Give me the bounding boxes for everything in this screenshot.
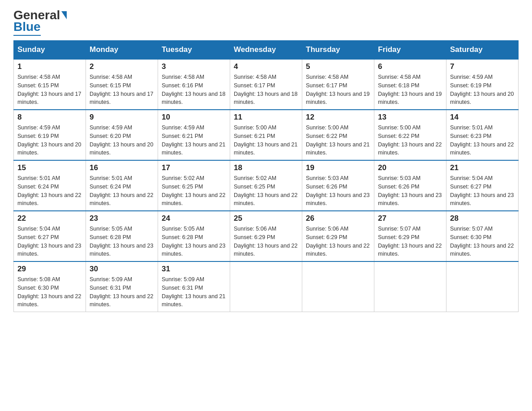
day-number: 8 [17,113,82,122]
day-number: 7 [450,62,515,71]
calendar-cell: 27Sunrise: 5:07 AMSunset: 6:29 PMDayligh… [374,211,446,261]
calendar-cell: 24Sunrise: 5:05 AMSunset: 6:28 PMDayligh… [158,211,230,261]
day-number: 21 [450,163,515,172]
day-info: Sunrise: 4:58 AMSunset: 6:17 PMDaylight:… [234,73,298,107]
calendar-cell: 30Sunrise: 5:09 AMSunset: 6:31 PMDayligh… [86,261,158,312]
calendar-table: SundayMondayTuesdayWednesdayThursdayFrid… [13,40,519,312]
logo-arrow-icon [61,11,67,19]
calendar-header-saturday: Saturday [446,41,519,60]
day-number: 17 [162,163,226,172]
day-number: 3 [162,62,226,71]
calendar-cell: 11Sunrise: 5:00 AMSunset: 6:21 PMDayligh… [230,110,302,160]
day-info: Sunrise: 5:05 AMSunset: 6:28 PMDaylight:… [90,225,154,258]
day-info: Sunrise: 5:06 AMSunset: 6:29 PMDaylight:… [234,225,298,258]
calendar-week-row: 15Sunrise: 5:01 AMSunset: 6:24 PMDayligh… [14,160,519,211]
calendar-cell: 18Sunrise: 5:02 AMSunset: 6:25 PMDayligh… [230,160,302,211]
day-info: Sunrise: 5:03 AMSunset: 6:26 PMDaylight:… [306,174,370,208]
day-number: 18 [234,163,298,172]
day-info: Sunrise: 5:01 AMSunset: 6:23 PMDaylight:… [450,124,515,157]
day-number: 5 [306,62,370,71]
calendar-cell: 2Sunrise: 4:58 AMSunset: 6:15 PMDaylight… [86,59,158,110]
calendar-cell: 16Sunrise: 5:01 AMSunset: 6:24 PMDayligh… [86,160,158,211]
calendar-header-tuesday: Tuesday [158,41,230,60]
day-number: 27 [378,214,442,223]
calendar-header-monday: Monday [86,41,158,60]
calendar-week-row: 8Sunrise: 4:59 AMSunset: 6:19 PMDaylight… [14,110,519,160]
day-info: Sunrise: 5:07 AMSunset: 6:29 PMDaylight:… [378,225,442,258]
day-number: 29 [17,265,82,274]
day-info: Sunrise: 5:00 AMSunset: 6:21 PMDaylight:… [234,124,298,157]
day-info: Sunrise: 5:08 AMSunset: 6:30 PMDaylight:… [17,275,82,309]
calendar-cell: 7Sunrise: 4:59 AMSunset: 6:19 PMDaylight… [446,59,519,110]
calendar-week-row: 1Sunrise: 4:58 AMSunset: 6:15 PMDaylight… [14,59,519,110]
day-number: 28 [450,214,515,223]
calendar-cell: 17Sunrise: 5:02 AMSunset: 6:25 PMDayligh… [158,160,230,211]
calendar-cell: 29Sunrise: 5:08 AMSunset: 6:30 PMDayligh… [14,261,86,312]
day-number: 25 [234,214,298,223]
day-info: Sunrise: 5:00 AMSunset: 6:22 PMDaylight:… [378,124,442,157]
day-info: Sunrise: 5:06 AMSunset: 6:29 PMDaylight:… [306,225,370,258]
calendar-cell: 4Sunrise: 4:58 AMSunset: 6:17 PMDaylight… [230,59,302,110]
calendar-cell: 1Sunrise: 4:58 AMSunset: 6:15 PMDaylight… [14,59,86,110]
day-info: Sunrise: 5:09 AMSunset: 6:31 PMDaylight:… [162,275,226,309]
page-header: General Blue [13,9,519,36]
calendar-cell: 9Sunrise: 4:59 AMSunset: 6:20 PMDaylight… [86,110,158,160]
calendar-cell: 3Sunrise: 4:58 AMSunset: 6:16 PMDaylight… [158,59,230,110]
calendar-cell: 23Sunrise: 5:05 AMSunset: 6:28 PMDayligh… [86,211,158,261]
calendar-cell: 14Sunrise: 5:01 AMSunset: 6:23 PMDayligh… [446,110,519,160]
day-number: 20 [378,163,442,172]
day-number: 19 [306,163,370,172]
day-number: 9 [90,113,154,122]
day-number: 13 [378,113,442,122]
calendar-cell [230,261,302,312]
calendar-cell: 25Sunrise: 5:06 AMSunset: 6:29 PMDayligh… [230,211,302,261]
calendar-cell: 20Sunrise: 5:03 AMSunset: 6:26 PMDayligh… [374,160,446,211]
logo-text-blue: Blue [13,20,41,36]
calendar-cell: 6Sunrise: 4:58 AMSunset: 6:18 PMDaylight… [374,59,446,110]
day-number: 31 [162,265,226,274]
day-info: Sunrise: 4:58 AMSunset: 6:18 PMDaylight:… [378,73,442,107]
day-info: Sunrise: 5:04 AMSunset: 6:27 PMDaylight:… [17,225,82,258]
day-number: 4 [234,62,298,71]
day-number: 1 [17,62,82,71]
day-info: Sunrise: 4:58 AMSunset: 6:17 PMDaylight:… [306,73,370,107]
calendar-header-sunday: Sunday [14,41,86,60]
day-info: Sunrise: 5:02 AMSunset: 6:25 PMDaylight:… [234,174,298,208]
day-info: Sunrise: 4:59 AMSunset: 6:20 PMDaylight:… [90,124,154,157]
day-info: Sunrise: 5:07 AMSunset: 6:30 PMDaylight:… [450,225,515,258]
calendar-header-wednesday: Wednesday [230,41,302,60]
logo: General Blue [13,9,67,36]
day-number: 11 [234,113,298,122]
day-info: Sunrise: 4:59 AMSunset: 6:21 PMDaylight:… [162,124,226,157]
day-info: Sunrise: 5:02 AMSunset: 6:25 PMDaylight:… [162,174,226,208]
calendar-cell: 13Sunrise: 5:00 AMSunset: 6:22 PMDayligh… [374,110,446,160]
calendar-header-friday: Friday [374,41,446,60]
calendar-cell: 19Sunrise: 5:03 AMSunset: 6:26 PMDayligh… [302,160,374,211]
calendar-cell [374,261,446,312]
day-info: Sunrise: 5:00 AMSunset: 6:22 PMDaylight:… [306,124,370,157]
day-info: Sunrise: 4:58 AMSunset: 6:16 PMDaylight:… [162,73,226,107]
day-info: Sunrise: 4:59 AMSunset: 6:19 PMDaylight:… [450,73,515,107]
day-number: 23 [90,214,154,223]
calendar-cell: 22Sunrise: 5:04 AMSunset: 6:27 PMDayligh… [14,211,86,261]
day-number: 22 [17,214,82,223]
day-info: Sunrise: 5:01 AMSunset: 6:24 PMDaylight:… [90,174,154,208]
day-number: 2 [90,62,154,71]
day-info: Sunrise: 4:58 AMSunset: 6:15 PMDaylight:… [17,73,82,107]
day-info: Sunrise: 5:05 AMSunset: 6:28 PMDaylight:… [162,225,226,258]
day-number: 16 [90,163,154,172]
calendar-cell: 21Sunrise: 5:04 AMSunset: 6:27 PMDayligh… [446,160,519,211]
calendar-cell: 28Sunrise: 5:07 AMSunset: 6:30 PMDayligh… [446,211,519,261]
day-number: 6 [378,62,442,71]
day-number: 30 [90,265,154,274]
day-number: 15 [17,163,82,172]
calendar-cell: 15Sunrise: 5:01 AMSunset: 6:24 PMDayligh… [14,160,86,211]
day-number: 26 [306,214,370,223]
calendar-header-thursday: Thursday [302,41,374,60]
day-number: 24 [162,214,226,223]
day-info: Sunrise: 5:04 AMSunset: 6:27 PMDaylight:… [450,174,515,208]
calendar-week-row: 22Sunrise: 5:04 AMSunset: 6:27 PMDayligh… [14,211,519,261]
calendar-cell: 12Sunrise: 5:00 AMSunset: 6:22 PMDayligh… [302,110,374,160]
day-number: 10 [162,113,226,122]
day-number: 12 [306,113,370,122]
